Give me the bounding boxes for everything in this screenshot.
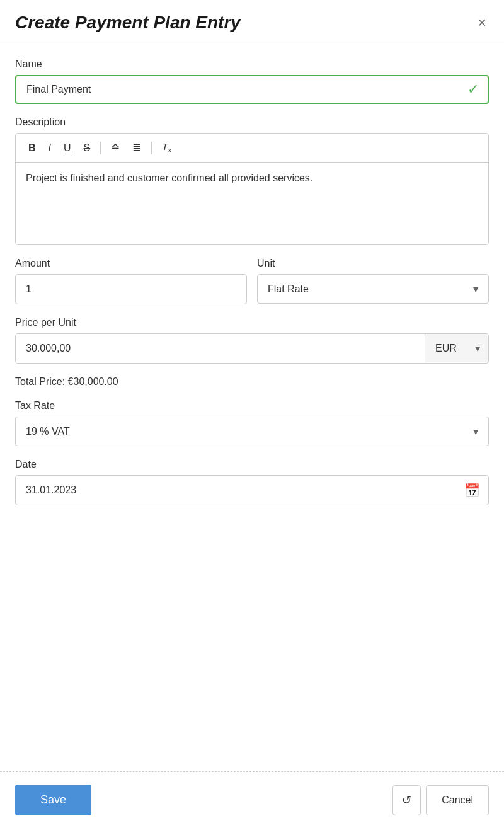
amount-label: Amount <box>15 258 247 269</box>
date-label: Date <box>15 459 489 470</box>
rich-text-editor: B I U S ≏ ≣ Tx Project is finished and c… <box>15 133 489 245</box>
currency-select-wrapper: EUR USD GBP ▼ <box>425 334 488 363</box>
total-price-display: Total Price: €30,000.00 <box>15 376 489 388</box>
name-input-wrapper: ✓ <box>15 75 489 104</box>
modal-header: Create Payment Plan Entry × <box>0 0 504 43</box>
underline-button[interactable]: U <box>59 139 76 156</box>
unordered-list-button[interactable]: ≣ <box>127 139 146 156</box>
amount-input[interactable] <box>15 274 247 304</box>
tax-rate-field-group: Tax Rate 19 % VAT 7 % VAT 0 % VAT ▼ <box>15 400 489 446</box>
modal-body: Name ✓ Description B I U S ≏ ≣ Tx <box>0 43 504 771</box>
unit-field-group: Unit Flat Rate Hourly Daily Monthly ▼ <box>257 258 489 304</box>
unit-select-wrapper: Flat Rate Hourly Daily Monthly ▼ <box>257 274 489 304</box>
editor-toolbar: B I U S ≏ ≣ Tx <box>16 134 488 163</box>
tax-rate-select[interactable]: 19 % VAT 7 % VAT 0 % VAT <box>15 417 489 446</box>
date-input-wrapper: 📅 <box>15 475 489 505</box>
modal-footer: Save ↺ Cancel <box>0 771 504 828</box>
toolbar-divider-2 <box>151 142 152 154</box>
toolbar-divider <box>100 142 101 154</box>
date-input[interactable] <box>15 475 489 505</box>
unit-label: Unit <box>257 258 489 269</box>
save-button[interactable]: Save <box>15 785 91 815</box>
name-field-group: Name ✓ <box>15 59 489 104</box>
currency-select[interactable]: EUR USD GBP <box>425 334 488 362</box>
clear-format-button[interactable]: Tx <box>157 139 176 157</box>
unit-select[interactable]: Flat Rate Hourly Daily Monthly <box>257 274 489 304</box>
price-field-group: Price per Unit EUR USD GBP ▼ <box>15 317 489 364</box>
amount-field-group: Amount <box>15 258 247 304</box>
name-label: Name <box>15 59 489 70</box>
name-input[interactable] <box>15 75 489 104</box>
tax-rate-label: Tax Rate <box>15 400 489 411</box>
price-input[interactable] <box>16 334 425 363</box>
bold-button[interactable]: B <box>23 139 41 156</box>
ordered-list-button[interactable]: ≏ <box>106 139 125 156</box>
strikethrough-button[interactable]: S <box>79 139 96 156</box>
reset-button[interactable]: ↺ <box>392 785 421 815</box>
date-field-group: Date 📅 <box>15 459 489 505</box>
price-input-wrapper: EUR USD GBP ▼ <box>15 333 489 364</box>
modal-container: Create Payment Plan Entry × Name ✓ Descr… <box>0 0 504 828</box>
cancel-button[interactable]: Cancel <box>426 785 489 815</box>
checkmark-icon: ✓ <box>467 81 479 98</box>
description-field-group: Description B I U S ≏ ≣ Tx Project is fi… <box>15 117 489 245</box>
editor-content[interactable]: Project is finished and customer confirm… <box>16 163 488 244</box>
modal-title: Create Payment Plan Entry <box>15 13 241 33</box>
italic-button[interactable]: I <box>43 139 56 156</box>
total-price-text: Total Price: €30,000.00 <box>15 376 118 387</box>
amount-unit-row: Amount Unit Flat Rate Hourly Daily Month… <box>15 258 489 304</box>
footer-right-buttons: ↺ Cancel <box>392 785 489 815</box>
price-label: Price per Unit <box>15 317 489 328</box>
tax-rate-select-wrapper: 19 % VAT 7 % VAT 0 % VAT ▼ <box>15 417 489 446</box>
close-button[interactable]: × <box>475 13 489 33</box>
description-label: Description <box>15 117 489 128</box>
